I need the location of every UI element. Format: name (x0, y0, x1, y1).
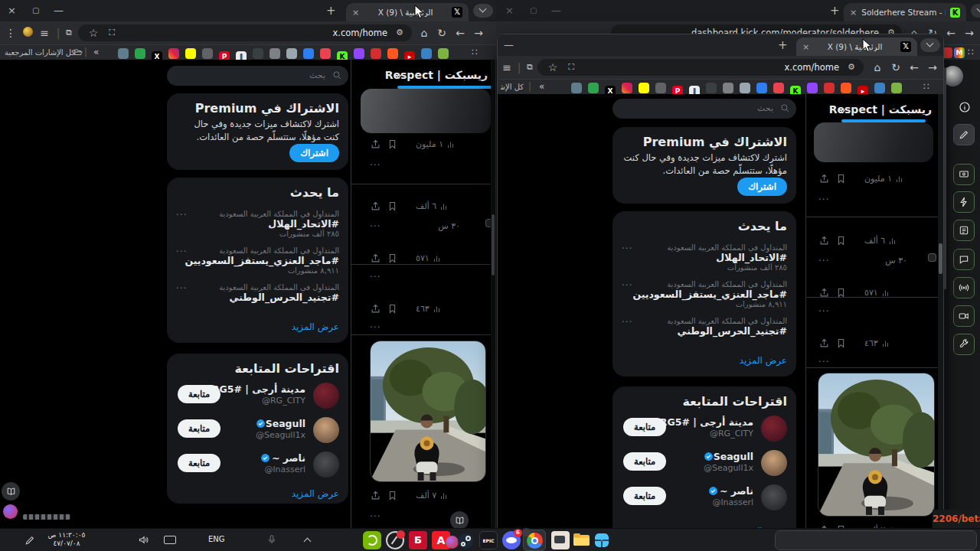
broadcast-button[interactable] (953, 277, 975, 298)
settings-wrench-button[interactable] (953, 334, 975, 355)
tab-kick-dashboard[interactable]: × Solderhere Stream - Kick Dash K (844, 3, 966, 21)
bookmark-star-icon[interactable]: ☆ (86, 24, 101, 41)
subscribe-button[interactable]: اشتراك (737, 178, 787, 196)
tweet-image-gta[interactable] (818, 373, 935, 517)
back-icon[interactable]: ← (943, 24, 959, 41)
tab-search-button[interactable] (473, 4, 493, 18)
extension-icon[interactable] (20, 24, 35, 41)
bookmark-icon[interactable] (387, 253, 398, 264)
views-stat[interactable]: ١ مليون (864, 174, 904, 184)
scrollbar[interactable] (938, 94, 943, 551)
screen-button[interactable] (953, 164, 975, 185)
new-tab-button[interactable]: + (778, 34, 788, 56)
tweet-image-gta[interactable] (370, 341, 486, 482)
kick-scroll-strip[interactable] (944, 67, 946, 289)
bookmark-icon[interactable] (387, 490, 398, 501)
trend-more-icon[interactable] (176, 283, 187, 294)
share-icon[interactable] (370, 490, 381, 501)
all-bookmarks-label[interactable]: كل الإشارات المرجعية (501, 80, 524, 94)
taskbar-app-epic[interactable]: EPIC (479, 531, 498, 549)
address-bar[interactable]: ☆ ⛶ x.com/home ⚙ (537, 59, 864, 76)
send-to-device-icon[interactable]: ⛶ (564, 59, 579, 76)
site-settings-icon[interactable]: ⚙ (844, 59, 859, 76)
extension-mixer-icon[interactable]: ≡ (37, 24, 52, 41)
trend-more-icon[interactable] (622, 317, 632, 328)
home-icon[interactable]: ⌂ (416, 24, 432, 41)
views-stat[interactable]: ٥٧١ (416, 253, 442, 263)
bookmark-icon[interactable] (835, 235, 847, 246)
back-icon[interactable]: ← (452, 24, 468, 41)
share-icon[interactable] (370, 303, 381, 315)
follow-row[interactable]: ناصر ~ @lnasserl متابعة (612, 483, 796, 514)
touch-keyboard-icon[interactable] (164, 536, 176, 544)
views-stat[interactable]: ٤٦٣ (416, 304, 442, 314)
tweet-more-icon[interactable] (370, 272, 381, 282)
apps-grid-icon[interactable]: ∷ (968, 45, 975, 60)
close-window-icon[interactable]: × (505, 0, 514, 21)
taskbar-search-box[interactable] (775, 530, 977, 550)
tweet-video[interactable] (361, 89, 491, 133)
home-icon[interactable]: ⌂ (870, 59, 885, 76)
reload-icon[interactable]: ↻ (888, 59, 903, 76)
share-icon[interactable] (370, 139, 381, 150)
tab-close-icon[interactable]: × (850, 8, 857, 18)
bookmarks-folder-icon[interactable]: 🗁 (74, 45, 83, 60)
taskbar-app-laun[interactable]: Б (409, 531, 427, 549)
tweet-more-icon[interactable] (370, 221, 381, 232)
mic-icon[interactable] (266, 534, 277, 545)
follow-row[interactable]: مدينة أرجى | #RG5 @RG_CITY متابعة (612, 414, 796, 445)
reader-button[interactable] (2, 482, 20, 500)
taskbar-app-explorer[interactable] (573, 531, 591, 549)
site-settings-icon[interactable]: ⚙ (392, 24, 407, 41)
tab-close-icon[interactable]: × (352, 8, 359, 18)
overflow-chevron-icon[interactable]: « (93, 45, 100, 60)
maximize-window-icon[interactable]: ▢ (530, 0, 537, 21)
tab-search-button[interactable] (920, 38, 940, 52)
taskbar-start-button[interactable] (595, 533, 609, 547)
language-indicator[interactable]: ENG (208, 535, 225, 543)
camera-button[interactable] (953, 305, 975, 327)
taskbar-app-chrome-active[interactable] (523, 530, 546, 551)
maximize-window-icon[interactable]: ▢ (32, 0, 39, 21)
tray-overflow-icon[interactable] (304, 538, 312, 546)
minimize-window-icon[interactable]: — (54, 0, 64, 21)
overflow-chevron-icon[interactable]: « (539, 80, 545, 94)
tab-x-home[interactable]: × الرئيسية \ X (9) 𝕏 (346, 3, 469, 21)
tweet-more-icon[interactable] (370, 511, 381, 522)
trends-show-more[interactable]: عرض المزيد (292, 321, 339, 332)
trend-more-icon[interactable] (176, 246, 187, 257)
trend-item[interactable]: المتداول في المملكة العربية السعودية #ما… (622, 280, 787, 308)
follow-row[interactable]: Seagull @Seagull1x متابعة (167, 416, 348, 446)
url-text[interactable]: x.com/home (333, 24, 388, 41)
tweet-more-icon[interactable] (818, 256, 829, 266)
taskbar-app-brain[interactable] (446, 536, 459, 549)
forward-icon[interactable]: → (962, 24, 977, 41)
clock[interactable]: ١١:٣٠:٠٥ ص ٤٧/٠٧/٠٨ (41, 531, 92, 549)
back-icon[interactable]: ← (906, 59, 922, 76)
tab-x-home[interactable]: × الرئيسية \ X (9) 𝕏 (796, 37, 917, 56)
bookmark-favicon[interactable]: M (954, 47, 965, 58)
taskbar-app-steam[interactable] (458, 533, 473, 549)
follow-button[interactable]: متابعة (623, 452, 666, 471)
trend-item[interactable]: المتداول في المملكة العربية السعودية #ال… (622, 243, 787, 272)
taskbar-app-discord[interactable]: 6 (502, 531, 521, 549)
bookmark-favicon[interactable] (942, 47, 952, 58)
follow-button[interactable]: متابعة (178, 419, 220, 438)
taskbar-app-compass[interactable] (386, 531, 404, 549)
trend-item[interactable]: المتداول في المملكة العربية السعودية #ال… (176, 210, 339, 238)
send-to-device-icon[interactable]: ⛶ (104, 24, 119, 41)
info-icon[interactable] (959, 101, 971, 113)
tab-close-icon[interactable]: × (802, 42, 809, 52)
edit-button[interactable] (953, 124, 975, 145)
follow-row[interactable]: Seagull @Seagull1x متابعة (612, 448, 796, 479)
taskbar-app-case[interactable] (551, 531, 570, 549)
volume-icon[interactable] (138, 534, 149, 546)
reader-button[interactable] (450, 511, 469, 530)
pen-tray-icon[interactable] (24, 535, 35, 546)
trend-item[interactable]: المتداول في المملكة العربية السعودية #تج… (176, 283, 339, 303)
views-stat[interactable]: ٤٦٣ (864, 338, 890, 348)
trend-more-icon[interactable] (622, 280, 632, 291)
trend-item[interactable]: المتداول في المملكة العربية السعودية #تج… (622, 317, 787, 337)
chat-button[interactable] (953, 249, 975, 270)
quick-actions-button[interactable] (953, 191, 975, 213)
